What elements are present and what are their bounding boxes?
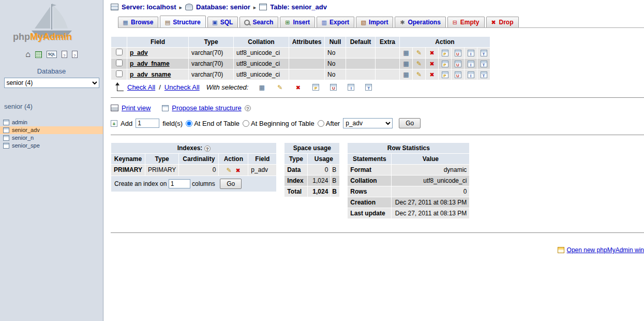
table-row: Format dynamic [348,165,469,175]
breadcrumb-server-link[interactable]: Server: localhost [122,3,176,11]
row-checkbox[interactable] [116,70,123,77]
top-band: Server: localhost Database: senior Table… [103,0,644,28]
primary-icon[interactable] [442,50,448,56]
home-icon[interactable] [25,50,31,59]
tab-import[interactable]: Import [356,17,393,27]
mysql-docs-icon[interactable] [72,51,78,58]
sidebar-table-item[interactable]: admin [0,119,103,126]
sidebar-table-item-selected[interactable]: senior_adv [0,126,103,134]
unique-icon[interactable] [455,61,461,67]
check-all-link[interactable]: Check All [127,83,155,91]
index-icon[interactable] [468,61,474,67]
add-go-button[interactable]: Go [399,118,421,128]
row-checkbox[interactable] [116,60,123,66]
columns-label: columns [192,180,215,187]
pma-docs-icon[interactable] [62,51,67,58]
radio-at-beginning-option[interactable]: At Beginning of Table [243,120,314,127]
index-columns-input[interactable] [169,179,190,188]
tab-label: Insert [293,19,310,26]
tab-insert[interactable]: Insert [280,17,315,27]
check-all-arrow-icon [117,83,124,91]
breadcrumb-database-link[interactable]: Database: senior [196,3,250,11]
action-cell [413,69,425,80]
unique-selected-icon[interactable] [330,84,337,91]
bottom-tables: Indexes: Keyname Type Cardinality Action… [111,142,637,219]
edit-index-icon[interactable] [226,167,233,174]
change-icon[interactable] [415,60,423,67]
fulltext-selected-icon[interactable] [365,84,372,91]
database-select[interactable]: senior (4) [4,78,99,88]
tab-drop[interactable]: Drop [486,17,519,27]
tab-browse[interactable]: Browse [118,17,158,27]
browse-distinct-icon[interactable] [402,60,410,67]
browse-distinct-icon[interactable] [402,49,410,56]
field-cell: p_adv_sname [127,69,188,80]
sql-tab-icon [212,19,218,26]
drop-icon[interactable] [428,49,436,56]
radio-at-end-option[interactable]: At End of Table [186,120,239,127]
logout-icon[interactable] [35,51,42,58]
current-database-link[interactable]: senior (4) [4,103,103,110]
tab-empty[interactable]: Empty [447,17,485,27]
tab-label: Import [369,19,388,26]
phpmyadmin-logo[interactable]: phpMyAdmin [0,0,103,46]
action-cell [413,59,425,69]
drop-selected-icon[interactable] [294,84,302,91]
extra-cell [376,69,399,80]
fulltext-icon[interactable] [481,61,487,67]
propose-structure-link[interactable]: Propose table structure [172,104,241,112]
primary-selected-icon[interactable] [312,84,319,91]
index-selected-icon[interactable] [348,84,354,91]
breadcrumb-table-link[interactable]: Table: senior_adv [270,3,327,11]
type-cell: varchar(70) [189,59,233,69]
radio-after[interactable] [318,120,324,127]
tab-search[interactable]: Search [239,17,278,27]
fulltext-icon[interactable] [481,71,487,78]
unique-icon[interactable] [455,50,461,56]
help-icon[interactable] [204,145,211,152]
table-icon [3,135,9,141]
create-index-go-button[interactable]: Go [220,179,242,189]
print-view-link[interactable]: Print view [122,104,151,112]
table-row: Data 0 B [284,165,339,175]
open-new-window-link[interactable]: Open new phpMyAdmin win [567,246,644,254]
tab-sql[interactable]: SQL [207,17,238,27]
after-field-select[interactable]: p_adv [343,118,393,128]
change-icon[interactable] [415,71,423,78]
sidebar-table-item[interactable]: senior_spe [0,142,103,150]
index-icon[interactable] [468,50,474,56]
logo-php: php [13,32,30,42]
radio-after-option[interactable]: After [318,120,340,127]
structure-table: Field Type Collation Attributes Null Def… [111,36,490,80]
change-selected-icon[interactable] [276,84,283,91]
row-checkbox[interactable] [116,49,123,55]
tab-export[interactable]: Export [317,17,354,27]
row-statistics-title: Row Statistics [348,143,469,153]
column-header: Field [248,154,276,164]
unique-icon[interactable] [455,71,461,78]
column-header: Field [127,37,188,47]
change-icon[interactable] [415,49,423,56]
browse-distinct-icon[interactable] [402,71,410,78]
primary-icon[interactable] [442,71,448,78]
action-cell [452,69,464,80]
action-cell [452,59,464,69]
drop-index-icon[interactable] [234,167,242,174]
window-icon[interactable] [558,247,564,253]
add-fields-count-input[interactable] [136,119,159,128]
uncheck-all-link[interactable]: Uncheck All [164,83,200,91]
help-icon[interactable] [245,105,251,111]
fulltext-icon[interactable] [481,50,487,56]
tab-structure[interactable]: Structure [160,16,205,27]
sql-window-icon[interactable] [47,51,57,58]
browse-selected-icon[interactable] [258,84,265,91]
drop-icon[interactable] [428,60,436,67]
radio-at-end[interactable] [186,120,192,127]
drop-icon[interactable] [428,71,436,78]
radio-at-beginning[interactable] [243,120,249,127]
table-list: admin senior_adv senior_n senior_spe [0,119,103,150]
index-icon[interactable] [468,71,474,78]
primary-icon[interactable] [442,61,448,67]
sidebar-table-item[interactable]: senior_n [0,134,103,142]
tab-operations[interactable]: Operations [395,17,445,27]
